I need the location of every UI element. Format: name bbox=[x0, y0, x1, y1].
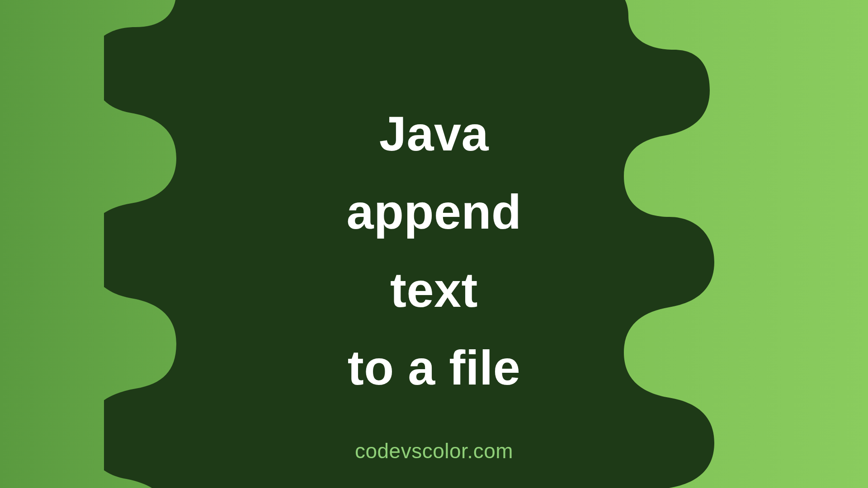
title-line-2: append bbox=[346, 184, 521, 239]
title-line-1: Java bbox=[379, 106, 489, 161]
title-line-4: to a file bbox=[348, 340, 521, 395]
title-line-3: text bbox=[390, 263, 478, 317]
site-label: codevscolor.com bbox=[0, 439, 868, 463]
main-title: Java append text to a file bbox=[0, 95, 868, 407]
